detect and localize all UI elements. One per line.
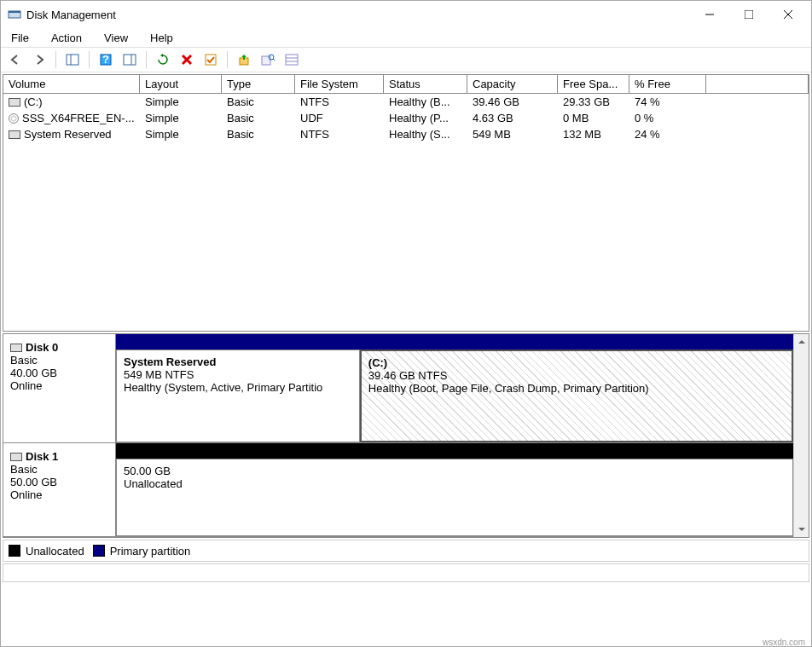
column-header-status[interactable]: Status <box>384 75 467 94</box>
column-header-capacity[interactable]: Capacity <box>467 75 558 94</box>
show-hide-console-tree-button[interactable] <box>63 50 82 69</box>
disk-status: Online <box>10 379 108 392</box>
volume-fs: NTFS <box>295 126 384 142</box>
menu-file[interactable]: File <box>6 30 34 46</box>
partition-header-bar <box>116 443 793 459</box>
disk-row: Disk 1Basic50.00 GBOnline50.00 GBUnalloc… <box>3 443 793 537</box>
partition[interactable]: (C:)39.46 GB NTFSHealthy (Boot, Page Fil… <box>360 349 793 442</box>
volume-list-body[interactable]: (C:)SimpleBasicNTFSHealthy (B...39.46 GB… <box>3 94 809 331</box>
titlebar: Disk Management <box>1 1 811 28</box>
help-button[interactable]: ? <box>96 50 115 69</box>
svg-rect-6 <box>67 55 78 65</box>
window-title: Disk Management <box>26 9 690 21</box>
vertical-scrollbar[interactable] <box>793 334 809 537</box>
menu-help[interactable]: Help <box>145 30 178 46</box>
legend-label-primary: Primary partition <box>110 545 191 557</box>
toolbar-divider <box>146 51 147 68</box>
menu-view[interactable]: View <box>99 30 133 46</box>
volume-free: 0 MB <box>558 110 629 126</box>
maximize-button[interactable] <box>729 2 768 27</box>
disk-icon <box>10 344 22 352</box>
column-header-layout[interactable]: Layout <box>140 75 222 94</box>
scroll-down-arrow[interactable] <box>794 522 809 537</box>
svg-rect-14 <box>206 55 216 65</box>
svg-rect-3 <box>745 10 753 19</box>
toolbar: ? <box>1 47 811 72</box>
volume-row[interactable]: System ReservedSimpleBasicNTFSHealthy (S… <box>3 126 809 142</box>
volume-status: Healthy (P... <box>384 110 467 126</box>
column-header-filesystem[interactable]: File System <box>295 75 384 94</box>
volume-row[interactable]: SSS_X64FREE_EN-...SimpleBasicUDFHealthy … <box>3 110 809 126</box>
volume-pctfree: 0 % <box>629 110 706 126</box>
scroll-up-arrow[interactable] <box>794 334 809 349</box>
scroll-track[interactable] <box>794 349 809 522</box>
statusbar <box>3 563 809 582</box>
volume-name: SSS_X64FREE_EN-... <box>22 112 135 124</box>
volume-capacity: 4.63 GB <box>467 110 558 126</box>
disk-graphical-view: Disk 0Basic40.00 GBOnlineSystem Reserved… <box>3 333 809 538</box>
volume-status: Healthy (B... <box>384 94 467 110</box>
partition-size: 50.00 GB <box>124 465 786 477</box>
partition-name: (C:) <box>368 356 785 369</box>
column-header-pctfree[interactable]: % Free <box>629 75 706 94</box>
volume-layout: Simple <box>140 126 222 142</box>
partition-health: Unallocated <box>124 477 786 490</box>
properties-button[interactable] <box>258 50 277 69</box>
menu-action[interactable]: Action <box>46 30 87 46</box>
volume-list-header: Volume Layout Type File System Status Ca… <box>3 75 809 94</box>
volume-type: Basic <box>222 94 295 110</box>
toolbar-divider <box>89 51 90 68</box>
delete-button[interactable] <box>177 50 196 69</box>
disk-label[interactable]: Disk 0Basic40.00 GBOnline <box>3 334 116 442</box>
svg-line-18 <box>273 59 275 61</box>
column-header-freespace[interactable]: Free Spa... <box>558 75 629 94</box>
svg-rect-1 <box>9 11 20 13</box>
app-icon <box>8 8 21 21</box>
partition-size: 39.46 GB NTFS <box>368 369 785 382</box>
legend-swatch-primary <box>93 545 105 557</box>
toolbar-divider <box>227 51 228 68</box>
disk-type: Basic <box>10 354 108 367</box>
partition-health: Healthy (Boot, Page File, Crash Dump, Pr… <box>368 382 785 395</box>
close-button[interactable] <box>768 2 808 27</box>
legend: Unallocated Primary partition <box>3 540 809 562</box>
volume-name: System Reserved <box>24 128 112 141</box>
disk-icon <box>10 453 22 461</box>
volume-capacity: 39.46 GB <box>467 94 558 110</box>
list-button[interactable] <box>282 50 301 69</box>
export-button[interactable] <box>235 50 253 69</box>
partition-name: System Reserved <box>124 355 352 368</box>
forward-button[interactable] <box>30 50 49 69</box>
source-watermark: wsxdn.com <box>763 638 805 647</box>
column-header-type[interactable]: Type <box>222 75 295 94</box>
back-button[interactable] <box>6 50 25 69</box>
partition-health: Healthy (System, Active, Primary Partiti… <box>124 381 352 394</box>
partition[interactable]: 50.00 GBUnallocated <box>116 459 793 536</box>
refresh-button[interactable] <box>154 50 172 69</box>
column-header-spacer <box>706 75 809 94</box>
volume-name: (C:) <box>24 95 43 108</box>
partition-header-bar <box>116 334 793 349</box>
minimize-button[interactable] <box>690 2 729 27</box>
volume-row[interactable]: (C:)SimpleBasicNTFSHealthy (B...39.46 GB… <box>3 94 809 110</box>
volume-layout: Simple <box>140 94 222 110</box>
show-hide-action-pane-button[interactable] <box>120 50 139 69</box>
volume-fs: NTFS <box>295 94 384 110</box>
svg-rect-10 <box>124 55 136 65</box>
volume-capacity: 549 MB <box>467 126 558 142</box>
disk-partitions: System Reserved549 MB NTFSHealthy (Syste… <box>116 334 793 442</box>
legend-swatch-unallocated <box>9 545 20 557</box>
checkmark-button[interactable] <box>201 50 220 69</box>
volume-pctfree: 24 % <box>629 126 706 142</box>
partition[interactable]: System Reserved549 MB NTFSHealthy (Syste… <box>116 349 360 442</box>
drive-icon <box>9 98 20 107</box>
volume-type: Basic <box>222 126 295 142</box>
volume-free: 29.33 GB <box>558 94 629 110</box>
disk-partitions: 50.00 GBUnallocated <box>116 443 793 536</box>
legend-label-unallocated: Unallocated <box>26 545 84 557</box>
column-header-volume[interactable]: Volume <box>3 75 140 94</box>
volume-type: Basic <box>222 110 295 126</box>
disk-label[interactable]: Disk 1Basic50.00 GBOnline <box>3 443 116 536</box>
svg-rect-19 <box>286 55 298 65</box>
svg-text:?: ? <box>102 54 109 66</box>
